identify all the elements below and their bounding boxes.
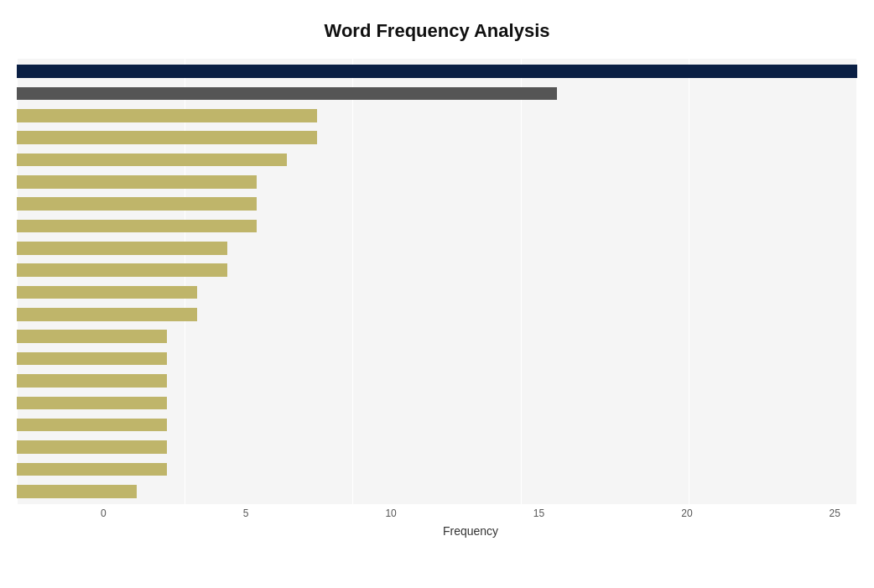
- bar-row: [17, 259, 857, 281]
- bar-row: [17, 436, 857, 458]
- bar-grow: [17, 352, 167, 366]
- bar-future: [17, 463, 167, 476]
- bar-open: [17, 330, 167, 343]
- x-tick: 20: [681, 507, 692, 519]
- bar-row: [17, 304, 857, 325]
- bar-row: [17, 193, 857, 215]
- bar-developer: [17, 286, 197, 299]
- bar-foundation: [17, 175, 257, 189]
- bars-and-grid: [17, 59, 857, 504]
- x-tick: 10: [385, 507, 396, 519]
- bar-support: [17, 263, 227, 277]
- bar-include: [17, 397, 167, 410]
- x-tick: 15: [533, 507, 544, 519]
- x-axis-area: 0510152025 Frequency: [101, 507, 840, 538]
- bar-row: [17, 82, 857, 104]
- bar-row: [17, 392, 857, 414]
- bar-adoption: [17, 308, 197, 321]
- x-tick: 0: [101, 507, 107, 519]
- chart-container: Word Frequency Analysis jakartajavaeclip…: [0, 0, 874, 588]
- bars-container: [17, 59, 857, 504]
- bar-community: [17, 242, 227, 255]
- bar-row: [17, 370, 857, 392]
- bar-row: [17, 458, 857, 480]
- x-tick: 25: [830, 507, 840, 519]
- x-tick: 5: [243, 507, 249, 519]
- x-axis-title: Frequency: [101, 524, 840, 538]
- bar-row: [17, 105, 857, 127]
- bar-jakarta: [17, 65, 857, 78]
- bar-continue: [17, 374, 167, 388]
- bar-java: [17, 87, 557, 101]
- bar-row: [17, 237, 857, 259]
- bar-eclipse: [17, 109, 317, 122]
- bar-row: [17, 414, 857, 436]
- x-tick-labels: 0510152025: [101, 507, 840, 519]
- bar-row: [17, 60, 857, 82]
- bar-applications: [17, 419, 167, 432]
- bar-row: [17, 281, 857, 303]
- bar-row: [17, 347, 857, 369]
- bar-row: [17, 148, 857, 170]
- bar-work: [17, 440, 167, 454]
- bar-native: [17, 220, 257, 233]
- bar-enterprise: [17, 154, 287, 167]
- bar-row: [17, 325, 857, 347]
- bar-cloud: [17, 131, 317, 144]
- bar-survey: [17, 197, 257, 211]
- bar-ecosystem: [17, 485, 137, 498]
- bar-row: [17, 171, 857, 193]
- chart-area: jakartajavaeclipsecloudenterprisefoundat…: [17, 59, 857, 538]
- bar-row: [17, 481, 857, 502]
- chart-title: Word Frequency Analysis: [17, 17, 857, 45]
- bar-row: [17, 127, 857, 148]
- bar-row: [17, 215, 857, 237]
